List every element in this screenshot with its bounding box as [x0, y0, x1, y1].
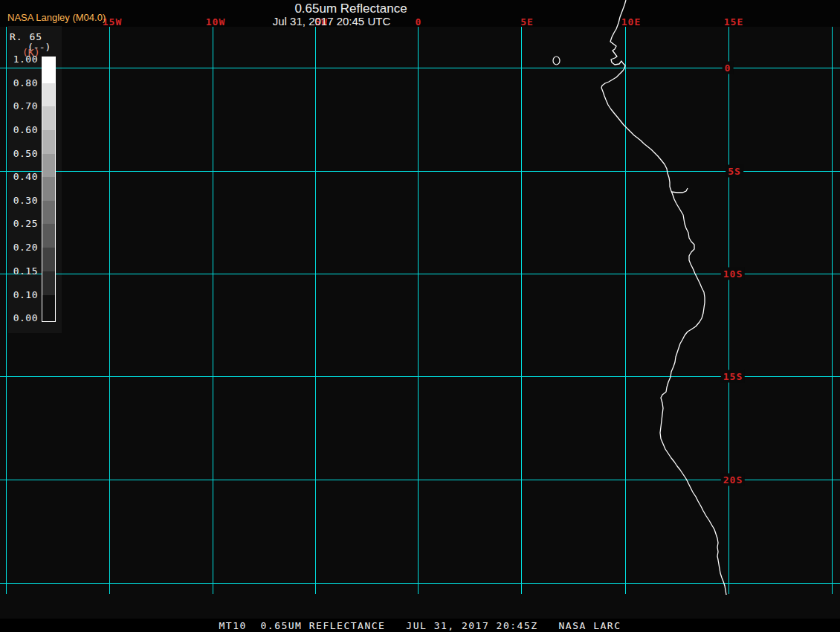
colorbar-tick-0.15: 0.15 [0, 265, 38, 277]
lat-label-5s: 5S [726, 165, 743, 178]
colorbar-tick-0.80: 0.80 [0, 77, 38, 88]
lat-label-0: 0 [723, 62, 734, 74]
colorbar-name: R. 65 [0, 31, 52, 42]
colorbar-tick-0.30: 0.30 [0, 195, 38, 206]
colorbar-tick-0.50: 0.50 [0, 148, 38, 159]
map-background [0, 27, 840, 619]
lat-label-15s: 15S [721, 370, 745, 383]
lon-label-10w: 10W [206, 16, 225, 28]
colorbar-tick-0.60: 0.60 [0, 124, 38, 135]
colorbar-band [42, 224, 55, 248]
colorbar-tick-0.40: 0.40 [0, 171, 38, 182]
colorbar-band [42, 177, 55, 201]
colorbar-tick-0.00: 0.00 [0, 312, 38, 323]
status-bar-text: MT10 0.65UM REFLECTANCE JUL 31, 2017 20:… [0, 620, 840, 631]
colorbar-band [42, 201, 55, 224]
colorbar-gradient [42, 57, 56, 322]
colorbar-band [42, 130, 55, 154]
lat-label-10s: 10S [721, 268, 745, 280]
lon-label-5e: 5E [520, 16, 534, 28]
image-datetime: Jul 31, 2017 20:45 UTC [273, 15, 390, 28]
lat-label-20s: 20S [721, 474, 745, 486]
lon-label-15e: 15E [724, 16, 743, 28]
colorbar-band [42, 248, 55, 271]
lon-label-0: 0 [416, 16, 422, 28]
colorbar-band [42, 154, 55, 177]
colorbar-tick-0.70: 0.70 [0, 100, 38, 112]
image-title: 0.65um Reflectance [294, 1, 407, 16]
provider-label: NASA Langley (M04.0) [7, 12, 106, 23]
colorbar-unit-k: (K) [22, 47, 39, 58]
colorbar-band [42, 295, 55, 321]
colorbar-band [42, 271, 55, 295]
colorbar-band [42, 57, 55, 83]
lon-label-10e: 10E [621, 16, 641, 28]
colorbar-tick-0.10: 0.10 [0, 289, 38, 300]
colorbar-tick-0.20: 0.20 [0, 242, 38, 253]
colorbar-tick-0.25: 0.25 [0, 218, 38, 229]
colorbar-band [42, 106, 55, 130]
satellite-image-viewer: NASA Langley (M04.0) 5W 0.65um Reflectan… [0, 0, 840, 632]
colorbar-band [42, 83, 55, 106]
